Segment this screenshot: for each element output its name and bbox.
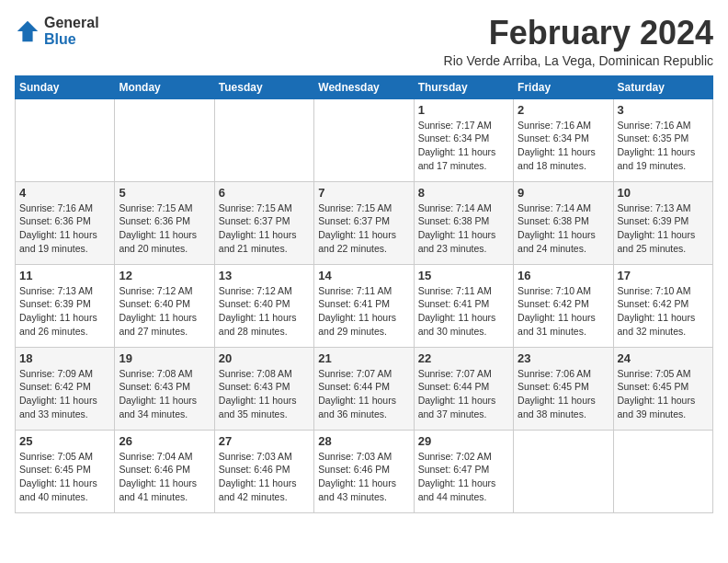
- day-number: 20: [219, 351, 310, 365]
- calendar-cell: 24Sunrise: 7:05 AMSunset: 6:45 PMDayligh…: [613, 347, 712, 430]
- calendar-cell: 16Sunrise: 7:10 AMSunset: 6:42 PMDayligh…: [514, 264, 613, 347]
- day-info: Sunrise: 7:15 AMSunset: 6:36 PMDaylight:…: [119, 201, 210, 256]
- calendar-cell: 3Sunrise: 7:16 AMSunset: 6:35 PMDaylight…: [613, 98, 712, 181]
- calendar-cell: 28Sunrise: 7:03 AMSunset: 6:46 PMDayligh…: [314, 430, 414, 512]
- day-info: Sunrise: 7:02 AMSunset: 6:47 PMDaylight:…: [418, 450, 509, 504]
- day-info: Sunrise: 7:07 AMSunset: 6:44 PMDaylight:…: [318, 367, 409, 421]
- calendar-week-row: 25Sunrise: 7:05 AMSunset: 6:45 PMDayligh…: [16, 430, 713, 512]
- day-info: Sunrise: 7:11 AMSunset: 6:41 PMDaylight:…: [318, 284, 409, 339]
- logo-icon: [15, 18, 40, 44]
- calendar-cell: 23Sunrise: 7:06 AMSunset: 6:45 PMDayligh…: [514, 347, 613, 430]
- calendar-cell: 2Sunrise: 7:16 AMSunset: 6:34 PMDaylight…: [514, 98, 613, 181]
- day-number: 8: [418, 186, 509, 200]
- day-info: Sunrise: 7:08 AMSunset: 6:43 PMDaylight:…: [219, 367, 310, 421]
- day-info: Sunrise: 7:06 AMSunset: 6:45 PMDaylight:…: [518, 367, 609, 421]
- calendar-week-row: 4Sunrise: 7:16 AMSunset: 6:36 PMDaylight…: [16, 181, 713, 264]
- day-number: 29: [418, 434, 509, 448]
- title-area: February 2024 Rio Verde Arriba, La Vega,…: [444, 15, 713, 68]
- calendar-cell: [214, 98, 313, 181]
- calendar-cell: 10Sunrise: 7:13 AMSunset: 6:39 PMDayligh…: [613, 181, 712, 264]
- calendar-cell: [115, 98, 214, 181]
- day-number: 19: [119, 351, 210, 365]
- calendar-table: SundayMondayTuesdayWednesdayThursdayFrid…: [15, 75, 713, 513]
- day-info: Sunrise: 7:15 AMSunset: 6:37 PMDaylight:…: [219, 201, 310, 256]
- weekday-header: Tuesday: [214, 75, 313, 98]
- logo: General Blue: [15, 15, 99, 47]
- day-info: Sunrise: 7:08 AMSunset: 6:43 PMDaylight:…: [119, 367, 210, 421]
- day-info: Sunrise: 7:10 AMSunset: 6:42 PMDaylight:…: [618, 284, 709, 339]
- day-number: 2: [518, 103, 609, 117]
- day-number: 14: [318, 269, 409, 282]
- day-number: 3: [618, 103, 709, 117]
- day-number: 1: [418, 103, 509, 117]
- logo-general: General: [44, 15, 99, 31]
- day-number: 26: [119, 434, 210, 448]
- day-info: Sunrise: 7:07 AMSunset: 6:44 PMDaylight:…: [418, 367, 509, 421]
- calendar-cell: 21Sunrise: 7:07 AMSunset: 6:44 PMDayligh…: [314, 347, 414, 430]
- day-number: 21: [318, 351, 409, 365]
- calendar-week-row: 18Sunrise: 7:09 AMSunset: 6:42 PMDayligh…: [16, 347, 713, 430]
- day-number: 17: [618, 269, 709, 282]
- day-number: 7: [318, 186, 409, 200]
- calendar-cell: 22Sunrise: 7:07 AMSunset: 6:44 PMDayligh…: [414, 347, 513, 430]
- logo-text: General Blue: [44, 15, 99, 47]
- calendar-cell: 27Sunrise: 7:03 AMSunset: 6:46 PMDayligh…: [214, 430, 313, 512]
- svg-marker-0: [17, 20, 38, 40]
- calendar-cell: 25Sunrise: 7:05 AMSunset: 6:45 PMDayligh…: [16, 430, 115, 512]
- day-number: 22: [418, 351, 509, 365]
- calendar-cell: 13Sunrise: 7:12 AMSunset: 6:40 PMDayligh…: [214, 264, 313, 347]
- calendar-cell: 7Sunrise: 7:15 AMSunset: 6:37 PMDaylight…: [314, 181, 414, 264]
- weekday-header: Wednesday: [314, 75, 414, 98]
- weekday-header: Saturday: [613, 75, 712, 98]
- day-info: Sunrise: 7:16 AMSunset: 6:35 PMDaylight:…: [618, 119, 709, 173]
- calendar-cell: 15Sunrise: 7:11 AMSunset: 6:41 PMDayligh…: [414, 264, 513, 347]
- day-number: 10: [618, 186, 709, 200]
- day-info: Sunrise: 7:17 AMSunset: 6:34 PMDaylight:…: [418, 119, 509, 173]
- calendar-cell: 26Sunrise: 7:04 AMSunset: 6:46 PMDayligh…: [115, 430, 214, 512]
- weekday-header-row: SundayMondayTuesdayWednesdayThursdayFrid…: [16, 75, 713, 98]
- day-number: 12: [119, 269, 210, 282]
- day-number: 11: [19, 269, 110, 282]
- calendar-cell: 18Sunrise: 7:09 AMSunset: 6:42 PMDayligh…: [16, 347, 115, 430]
- calendar-week-row: 1Sunrise: 7:17 AMSunset: 6:34 PMDaylight…: [16, 98, 713, 181]
- day-number: 15: [418, 269, 509, 282]
- day-info: Sunrise: 7:16 AMSunset: 6:36 PMDaylight:…: [19, 201, 110, 256]
- day-number: 27: [219, 434, 310, 448]
- day-info: Sunrise: 7:16 AMSunset: 6:34 PMDaylight:…: [518, 119, 609, 173]
- weekday-header: Friday: [514, 75, 613, 98]
- weekday-header: Sunday: [16, 75, 115, 98]
- day-number: 13: [219, 269, 310, 282]
- day-info: Sunrise: 7:15 AMSunset: 6:37 PMDaylight:…: [318, 201, 409, 256]
- calendar-cell: 9Sunrise: 7:14 AMSunset: 6:38 PMDaylight…: [514, 181, 613, 264]
- calendar-cell: [514, 430, 613, 512]
- day-info: Sunrise: 7:14 AMSunset: 6:38 PMDaylight:…: [418, 201, 509, 256]
- day-info: Sunrise: 7:12 AMSunset: 6:40 PMDaylight:…: [119, 284, 210, 339]
- day-info: Sunrise: 7:13 AMSunset: 6:39 PMDaylight:…: [618, 201, 709, 256]
- header: General Blue February 2024 Rio Verde Arr…: [15, 15, 713, 68]
- day-info: Sunrise: 7:05 AMSunset: 6:45 PMDaylight:…: [19, 450, 110, 504]
- calendar-cell: 8Sunrise: 7:14 AMSunset: 6:38 PMDaylight…: [414, 181, 513, 264]
- day-number: 23: [518, 351, 609, 365]
- day-info: Sunrise: 7:03 AMSunset: 6:46 PMDaylight:…: [219, 450, 310, 504]
- day-info: Sunrise: 7:05 AMSunset: 6:45 PMDaylight:…: [618, 367, 709, 421]
- day-number: 25: [19, 434, 110, 448]
- logo-blue: Blue: [44, 31, 99, 48]
- calendar-title: February 2024: [444, 15, 713, 52]
- calendar-cell: [314, 98, 414, 181]
- calendar-cell: 11Sunrise: 7:13 AMSunset: 6:39 PMDayligh…: [16, 264, 115, 347]
- day-number: 4: [19, 186, 110, 200]
- day-info: Sunrise: 7:10 AMSunset: 6:42 PMDaylight:…: [518, 284, 609, 339]
- day-info: Sunrise: 7:03 AMSunset: 6:46 PMDaylight:…: [318, 450, 409, 504]
- calendar-cell: 4Sunrise: 7:16 AMSunset: 6:36 PMDaylight…: [16, 181, 115, 264]
- day-number: 5: [119, 186, 210, 200]
- calendar-cell: 17Sunrise: 7:10 AMSunset: 6:42 PMDayligh…: [613, 264, 712, 347]
- day-info: Sunrise: 7:13 AMSunset: 6:39 PMDaylight:…: [19, 284, 110, 339]
- calendar-cell: 5Sunrise: 7:15 AMSunset: 6:36 PMDaylight…: [115, 181, 214, 264]
- calendar-cell: [16, 98, 115, 181]
- day-info: Sunrise: 7:09 AMSunset: 6:42 PMDaylight:…: [19, 367, 110, 421]
- calendar-cell: 29Sunrise: 7:02 AMSunset: 6:47 PMDayligh…: [414, 430, 513, 512]
- calendar-cell: 14Sunrise: 7:11 AMSunset: 6:41 PMDayligh…: [314, 264, 414, 347]
- day-info: Sunrise: 7:04 AMSunset: 6:46 PMDaylight:…: [119, 450, 210, 504]
- day-number: 9: [518, 186, 609, 200]
- weekday-header: Thursday: [414, 75, 513, 98]
